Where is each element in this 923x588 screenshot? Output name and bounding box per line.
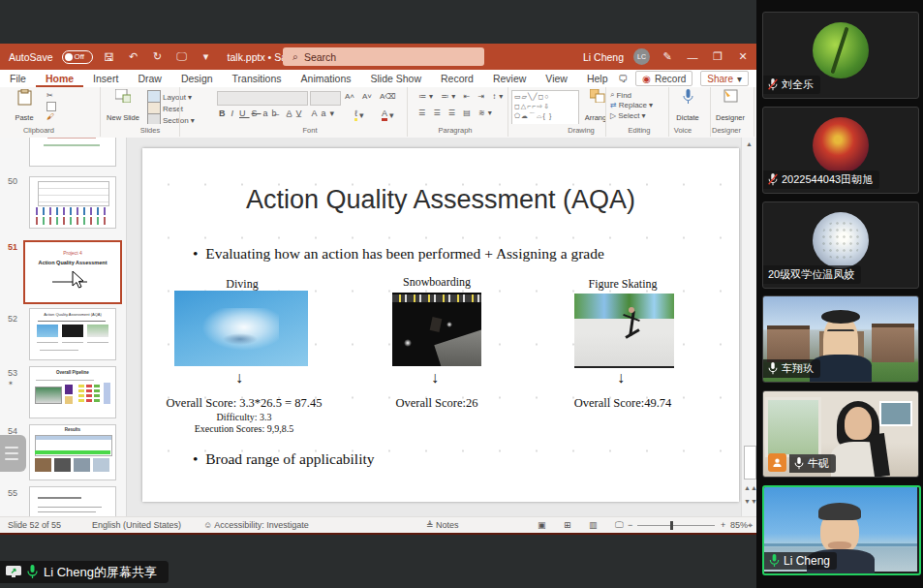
autosave-toggle[interactable]: Off [62, 50, 93, 64]
scrollbar-thumb[interactable] [744, 446, 756, 480]
tab-animations[interactable]: Animations [292, 70, 361, 87]
slide-title[interactable]: Action Quality Assessment (AQA) [142, 185, 739, 215]
tab-draw[interactable]: Draw [128, 70, 171, 87]
fit-slide-button[interactable]: ⌖ [748, 520, 753, 531]
language-indicator[interactable]: English (United States) [92, 520, 181, 530]
snow-ramp [434, 327, 481, 366]
font-color-icon[interactable]: A▾ [382, 108, 394, 121]
zoom-out-button[interactable]: − [628, 520, 632, 530]
qat-caret-icon[interactable]: ▾ [199, 50, 214, 63]
floating-toolbar-handle[interactable] [0, 435, 26, 472]
clear-format-icon[interactable]: A⌫ [380, 92, 396, 101]
paste-button[interactable]: Paste [8, 89, 41, 122]
highlight-color-icon[interactable]: ℓ▾ [354, 108, 363, 121]
align-buttons[interactable]: ☰ ☰ ☰ ▤ ≋▾ [418, 108, 495, 117]
mini-image-diving [37, 325, 58, 337]
designer-button[interactable]: Designer [714, 89, 747, 122]
mini-title: Action Quality Assessment (AQA) [30, 312, 115, 317]
tab-slideshow[interactable]: Slide Show [361, 70, 432, 87]
arrow-down-1: ↓ [235, 369, 243, 387]
thumbnail-slide-49[interactable] [29, 138, 116, 167]
view-buttons[interactable]: ▣ ⊞ ▥ 🖵 [538, 520, 631, 531]
animation-star-icon: ✶ [8, 380, 14, 387]
participant-tile[interactable]: 2022544043田朝旭 [762, 107, 919, 194]
slide-number: 53 [8, 368, 17, 378]
autosave-label: AutoSave [9, 51, 53, 63]
save-icon[interactable]: 🖫 [102, 51, 117, 63]
designer-icon [723, 89, 738, 103]
titlebar: AutoSave Off 🖫 ↶ ↻ 🖵 ▾ talk.pptx • Saved… [0, 44, 756, 70]
participant-tile[interactable]: 20级双学位温凤姣 [762, 201, 919, 289]
tab-insert[interactable]: Insert [83, 70, 128, 87]
font-style-buttons[interactable]: BIUS ab̶ A̲V̲ Aa▾ [219, 108, 338, 118]
scroll-up-icon[interactable]: ▲ [744, 140, 754, 147]
share-button[interactable]: Share▾ [700, 71, 749, 86]
thumbnail-slide-51-selected[interactable]: Project 4 Action Quality Assessment [23, 240, 122, 304]
diving-image[interactable] [174, 291, 308, 366]
user-avatar[interactable]: LC [633, 48, 650, 65]
group-paragraph: Paragraph [416, 126, 494, 135]
notes-button[interactable]: ≜ Notes [426, 520, 459, 530]
tab-help[interactable]: Help [577, 70, 618, 87]
format-painter-icon[interactable]: 🖌 [46, 112, 54, 121]
tab-review[interactable]: Review [483, 70, 536, 87]
slide-canvas[interactable]: Action Quality Assessment (AQA) • Evalua… [142, 148, 739, 502]
copy-icon[interactable] [46, 102, 56, 111]
arrow-down-3: ↓ [617, 369, 625, 387]
minimize-button[interactable]: — [685, 51, 700, 63]
thumbnail-slide-54[interactable]: Results [29, 424, 116, 480]
participant-tile-video[interactable]: 牛砚 [762, 390, 919, 478]
next-slide-button[interactable]: ▼▼ [744, 498, 754, 505]
redo-icon[interactable]: ↻ [150, 50, 166, 63]
cut-icon[interactable]: ✂ [46, 91, 53, 100]
slide-bullet-1[interactable]: • Evaluating how an action has been perf… [193, 245, 604, 263]
thumbnail-slide-55[interactable] [29, 486, 116, 516]
window-bottom-edge [0, 533, 756, 535]
dictate-button[interactable]: Dictate [671, 89, 704, 122]
participant-tile-active-speaker[interactable]: Li Cheng [762, 485, 921, 575]
new-slide-button[interactable]: New Slide [107, 89, 139, 122]
tab-home[interactable]: Home [36, 70, 83, 87]
thumbnail-slide-52[interactable]: Action Quality Assessment (AQA) [29, 308, 116, 360]
thumbnail-slide-53[interactable]: Overall Pipeline [29, 366, 116, 418]
tab-record[interactable]: Record [431, 70, 483, 87]
status-bar: Slide 52 of 55 English (United States) ☺… [0, 516, 756, 534]
search-box[interactable]: ⌕ Search [283, 47, 484, 66]
tab-file[interactable]: File [0, 70, 36, 87]
tab-view[interactable]: View [536, 70, 577, 87]
snowboarding-image[interactable] [392, 293, 481, 366]
tab-design[interactable]: Design [171, 70, 223, 87]
tab-transitions[interactable]: Transitions [223, 70, 292, 87]
zoom-slider-knob[interactable] [670, 521, 673, 530]
shapes-gallery[interactable]: ▭▱╲╱◻○◻△⌐⌐⇨⇩⬠☁⌒⌓{ } [511, 90, 579, 125]
find-button[interactable]: ⌕Find [610, 90, 631, 100]
font-name-box[interactable] [217, 91, 308, 106]
record-button[interactable]: ◉Record [635, 71, 692, 86]
participant-tile-video[interactable]: 车翔玖 [762, 295, 919, 383]
thumbnail-slide-50[interactable] [29, 176, 116, 229]
grow-font-icon[interactable]: A˄ [345, 92, 354, 101]
zoom-slider[interactable] [637, 525, 715, 526]
figure-skating-image[interactable] [574, 294, 674, 368]
replace-button[interactable]: ⇄Replace▾ [610, 101, 653, 109]
select-button[interactable]: ▷Select▾ [610, 111, 645, 120]
zoom-in-button[interactable]: + [721, 520, 725, 530]
font-size-box[interactable] [310, 91, 341, 106]
present-icon[interactable]: 🖵 [174, 50, 190, 63]
screen-share-indicator[interactable]: Li Cheng的屏幕共享 [0, 561, 169, 583]
bullets-numbering-indent-icons[interactable]: ≔▾ ≕▾ ⇤ ⇥ ↕▾ [418, 92, 506, 101]
comment-icon[interactable]: 🗨 [618, 74, 628, 84]
zoom-level[interactable]: 85% [730, 520, 748, 530]
shrink-font-icon[interactable]: A˅ [362, 92, 372, 101]
undo-icon[interactable]: ↶ [126, 50, 141, 63]
participant-tile[interactable]: 刘全乐 [762, 12, 919, 99]
close-button[interactable]: ✕ [735, 50, 751, 63]
editor-scrollbar[interactable]: ▲ ▲▲ ▼▼ [741, 138, 757, 516]
restore-button[interactable]: ❐ [710, 50, 725, 63]
previous-slide-button[interactable]: ▲▲ [744, 484, 754, 491]
slide-indicator[interactable]: Slide 52 of 55 [8, 520, 61, 530]
pen-icon[interactable]: ✎ [660, 50, 675, 63]
user-name[interactable]: Li Cheng [583, 51, 624, 63]
slide-bullet-2[interactable]: • Broad range of applicability [193, 450, 375, 468]
accessibility-status[interactable]: ☺ Accessibility: Investigate [203, 520, 309, 530]
